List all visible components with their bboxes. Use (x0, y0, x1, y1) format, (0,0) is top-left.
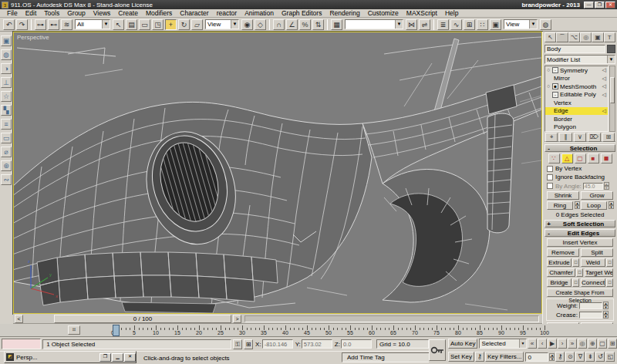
go-to-start-icon[interactable]: « (528, 339, 537, 349)
go-to-end-icon[interactable]: » (568, 339, 577, 349)
configure-modifier-sets-icon[interactable]: ⊞ (602, 133, 615, 142)
select-and-manipulate-icon[interactable]: ◇ (255, 19, 266, 30)
grow-button[interactable]: Grow (581, 191, 613, 200)
anchor-pin-icon[interactable]: ⊥ (1, 77, 12, 88)
gear-icon[interactable]: ⊛ (1, 160, 12, 171)
teapot-icon[interactable]: ◍ (1, 49, 12, 60)
chamfer-settings-icon[interactable]: □ (576, 268, 583, 277)
minimize-button[interactable]: — (584, 2, 594, 8)
tab-display[interactable]: ▣ (592, 32, 603, 42)
soft-selection-rollout-header[interactable]: + Soft Selection (545, 220, 615, 228)
layer-stack-icon[interactable]: ≡ (1, 119, 12, 130)
menu-create[interactable]: Create (114, 9, 142, 17)
window-crossing-icon[interactable]: ◳ (152, 19, 164, 30)
min-max-toggle-icon[interactable]: ◱ (605, 352, 615, 362)
shrink-button[interactable]: Shrink (547, 191, 579, 200)
play-icon[interactable]: ▶ (548, 339, 557, 349)
extrude-settings-icon[interactable]: □ (572, 258, 579, 267)
stack-scrollbar[interactable] (609, 66, 615, 132)
star-icon[interactable]: ☆ (1, 91, 12, 102)
key-mode-toggle-icon[interactable]: ⚷ (555, 352, 565, 362)
stack-item-editable-poly[interactable]: -Editable Poly◁ (545, 91, 608, 99)
chamfer-button[interactable]: Chamfer (547, 268, 575, 277)
z-coordinate-field[interactable]: 0.0 (341, 339, 372, 349)
object-name-field[interactable]: Body (545, 45, 605, 53)
minimized-perspective-window[interactable]: ◩ Persp... ❐ ▁ ✕ (4, 351, 137, 363)
screw-icon[interactable]: ⌀ (1, 147, 12, 157)
border-subobject-icon[interactable]: ▢ (575, 153, 586, 163)
by-angle-checkbox[interactable]: By Angle: 45.0 ▲▼ (547, 182, 615, 190)
element-subobject-icon[interactable]: ◼ (601, 153, 612, 163)
previous-frame-arrow[interactable]: < (15, 315, 23, 323)
by-vertex-checkbox[interactable]: By Vertex (547, 165, 615, 172)
frame-ruler[interactable]: 0510152025303540455055606570758085909510… (85, 324, 617, 337)
edge-subobject-icon[interactable]: △ (561, 153, 573, 163)
rectangular-selection-icon[interactable]: ▭ (139, 19, 150, 30)
angle-value-field[interactable]: 45.0 (583, 183, 603, 190)
bind-to-spacewarp-icon[interactable]: ≋ (61, 19, 72, 30)
target-weld-button[interactable]: Target Weld (585, 268, 613, 277)
menu-help[interactable]: Help (441, 9, 462, 17)
polygon-subobject-icon[interactable]: ■ (588, 153, 599, 163)
arc-rotate-icon[interactable]: ↺ (595, 352, 605, 362)
weld-settings-icon[interactable]: □ (606, 258, 613, 267)
stack-item-meshsmooth[interactable]: ○■MeshSmooth◁ (545, 83, 608, 91)
field-of-view-icon[interactable]: ∇ (575, 352, 585, 362)
menu-rendering[interactable]: Rendering (325, 9, 363, 17)
minimize-icon[interactable]: ▁ (112, 353, 123, 362)
select-and-scale-icon[interactable]: ▱ (191, 19, 203, 30)
remove-button[interactable]: Remove (547, 248, 579, 257)
insert-vertex-button[interactable]: Insert Vertex (547, 238, 613, 247)
active-in-viewport-icon[interactable]: ◁ (602, 108, 606, 114)
stack-item-vertex[interactable]: Vertex (545, 99, 608, 107)
curve-editor-icon[interactable]: ∿ (450, 19, 462, 30)
active-in-viewport-icon[interactable]: ◁ (602, 76, 606, 82)
crease-field[interactable] (579, 312, 602, 318)
frame-spinner[interactable]: ▲▼ (549, 353, 555, 361)
angle-snap-icon[interactable]: ∠ (286, 19, 298, 30)
zoom-all-icon[interactable]: ⊕ (588, 339, 597, 349)
active-in-viewport-icon[interactable]: ◁ (602, 83, 606, 89)
viewport-label[interactable]: Perspective (17, 34, 49, 41)
render-setup-icon[interactable]: ▣ (490, 19, 501, 30)
menu-maxscript[interactable]: MAXScript (403, 9, 441, 17)
menu-group[interactable]: Group (63, 9, 89, 17)
vertex-subobject-icon[interactable]: ∵ (548, 153, 560, 163)
cube-lock-icon[interactable]: ▣ (1, 35, 12, 46)
menu-edit[interactable]: Edit (22, 9, 41, 17)
redo-icon[interactable]: ↷ (16, 19, 28, 30)
mirror-icon[interactable]: ⋈ (406, 19, 417, 30)
loop-button[interactable]: Loop (581, 201, 607, 210)
menu-graph-editors[interactable]: Graph Editors (278, 9, 325, 17)
crease-spinner[interactable]: ▲▼ (603, 311, 609, 318)
select-and-link-icon[interactable]: ⊶ (35, 19, 46, 30)
set-key-button[interactable]: Set Key (448, 352, 474, 362)
pan-view-icon[interactable]: ⇟ (585, 352, 595, 362)
make-unique-icon[interactable]: ∨ (574, 133, 586, 142)
next-frame-arrow[interactable]: > (233, 315, 241, 323)
capsule-icon[interactable]: ▭ (1, 133, 12, 143)
menu-customize[interactable]: Customize (364, 9, 403, 17)
expand-toggle-icon[interactable]: ■ (552, 83, 558, 89)
current-frame-field[interactable]: 0 (525, 352, 548, 362)
menu-views[interactable]: Views (89, 9, 115, 17)
mini-curve-editor-button[interactable]: ⌗ (68, 325, 80, 335)
reference-coordinate-dropdown[interactable]: View▼ (205, 19, 239, 29)
schematic-view-icon[interactable]: ⊞ (464, 19, 475, 30)
pin-stack-icon[interactable]: ⌖ (545, 133, 558, 142)
bridge-settings-icon[interactable]: □ (572, 278, 579, 287)
extrude-button[interactable]: Extrude (547, 258, 571, 267)
stack-item-edge[interactable]: Edge◁ (545, 107, 608, 116)
menu-modifiers[interactable]: Modifiers (142, 9, 176, 17)
expand-toggle-icon[interactable]: - (552, 67, 558, 73)
checker-icon[interactable]: ▚ (1, 105, 12, 116)
layer-manager-icon[interactable]: ≣ (437, 19, 449, 30)
ring-button[interactable]: Ring (547, 201, 573, 210)
named-selection-dropdown[interactable]: ▼ (345, 19, 403, 29)
remove-modifier-icon[interactable]: ⌦ (588, 133, 600, 142)
selection-rollout-header[interactable]: - Selection (545, 144, 615, 152)
weight-field[interactable] (579, 302, 602, 309)
x-coordinate-field[interactable]: -810.146 (262, 339, 293, 349)
loop-spinner[interactable]: ▲▼ (609, 201, 614, 209)
split-button[interactable]: Split (581, 248, 613, 257)
